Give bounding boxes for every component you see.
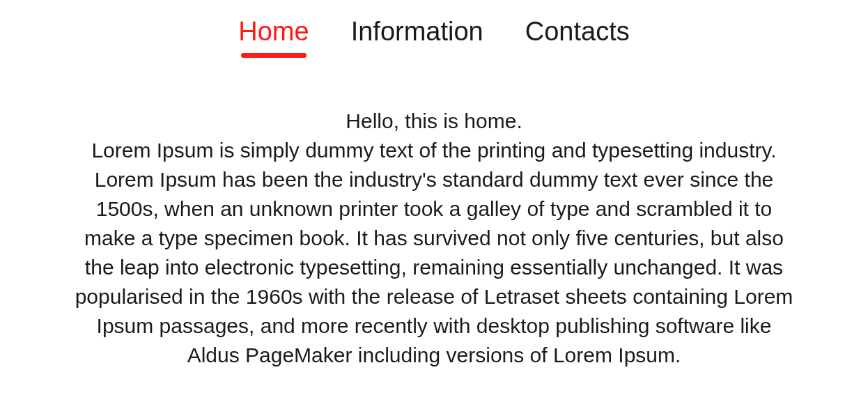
nav-tab-home[interactable]: Home — [238, 17, 309, 58]
nav-tab-information[interactable]: Information — [351, 17, 483, 58]
nav-tabs: Home Information Contacts — [0, 0, 868, 65]
nav-tab-label: Home — [238, 17, 309, 46]
content-greeting: Hello, this is home. — [72, 107, 796, 136]
nav-tab-contacts[interactable]: Contacts — [525, 17, 630, 58]
content-area: Hello, this is home. Lorem Ipsum is simp… — [44, 65, 824, 370]
nav-tab-label: Information — [351, 17, 483, 46]
content-body: Lorem Ipsum is simply dummy text of the … — [72, 136, 796, 370]
nav-tab-label: Contacts — [525, 17, 630, 46]
